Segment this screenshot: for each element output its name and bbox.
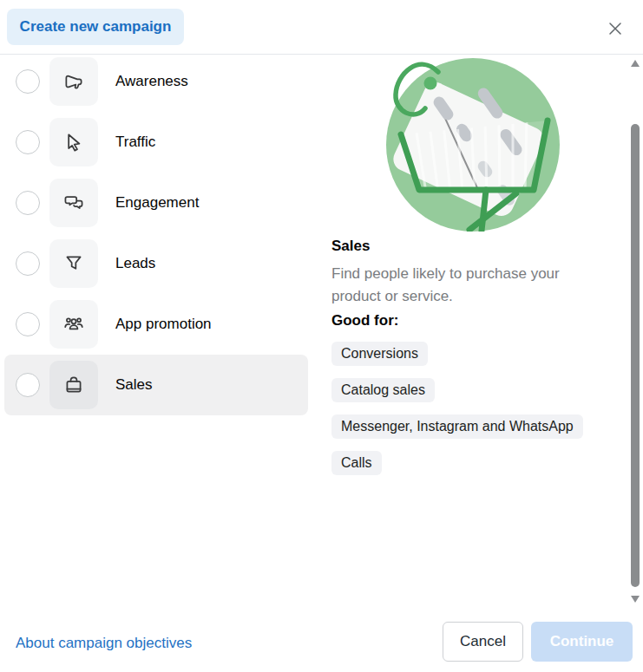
leads-radio[interactable] (16, 251, 40, 276)
scroll-up-arrow-icon[interactable] (631, 60, 640, 67)
awareness-radio[interactable] (16, 69, 40, 94)
close-button[interactable] (603, 16, 627, 41)
tab-create-new-campaign[interactable]: Create new campaign (7, 9, 184, 45)
shopping-bag-icon (49, 361, 98, 409)
sales-illustration (386, 58, 560, 232)
objective-label: Leads (115, 255, 155, 272)
objective-label: Engagement (115, 194, 199, 212)
chat-bubbles-icon (49, 179, 98, 227)
app-promotion-radio[interactable] (16, 312, 40, 336)
good-for-label: Good for: (331, 312, 398, 329)
funnel-icon (49, 239, 98, 288)
objective-row-engagement[interactable]: Engagement (4, 173, 308, 233)
scrollbar (629, 55, 641, 611)
objective-row-traffic[interactable]: Traffic (4, 112, 308, 173)
detail-title: Sales (331, 238, 370, 255)
traffic-radio[interactable] (16, 130, 40, 154)
scroll-down-arrow-icon[interactable] (631, 596, 640, 603)
detail-description: Find people likely to purchase your prod… (331, 263, 590, 308)
objective-row-awareness[interactable]: Awareness (4, 51, 308, 112)
engagement-radio[interactable] (16, 191, 40, 215)
cursor-icon (49, 118, 98, 166)
create-campaign-dialog: Create new campaign Awareness (0, 0, 643, 672)
megaphone-icon (49, 57, 98, 106)
objective-label: App promotion (115, 316, 212, 333)
objectives-list: Awareness Traffic Engagement (4, 51, 308, 415)
tag-catalog-sales: Catalog sales (331, 378, 435, 402)
objective-label: Traffic (115, 134, 155, 151)
scrollbar-thumb[interactable] (631, 124, 640, 587)
dialog-footer: About campaign objectives Cancel Continu… (0, 611, 643, 672)
continue-button[interactable]: Continue (531, 622, 633, 662)
objective-row-app-promotion[interactable]: App promotion (4, 294, 308, 355)
objective-label: Sales (115, 376, 153, 394)
people-group-icon (49, 300, 98, 349)
close-icon (607, 21, 623, 36)
objective-label: Awareness (115, 73, 188, 90)
dialog-header: Create new campaign (0, 0, 643, 55)
tag-conversions: Conversions (331, 342, 428, 366)
tag-messenger-instagram-whatsapp: Messenger, Instagram and WhatsApp (331, 414, 583, 439)
about-campaign-objectives-link[interactable]: About campaign objectives (16, 635, 192, 652)
cancel-button[interactable]: Cancel (443, 622, 523, 662)
objective-row-leads[interactable]: Leads (4, 233, 308, 294)
tag-calls: Calls (331, 451, 382, 475)
sales-radio[interactable] (16, 373, 40, 397)
objective-row-sales[interactable]: Sales (4, 355, 308, 415)
good-for-tags: Conversions Catalog sales Messenger, Ins… (331, 342, 583, 475)
